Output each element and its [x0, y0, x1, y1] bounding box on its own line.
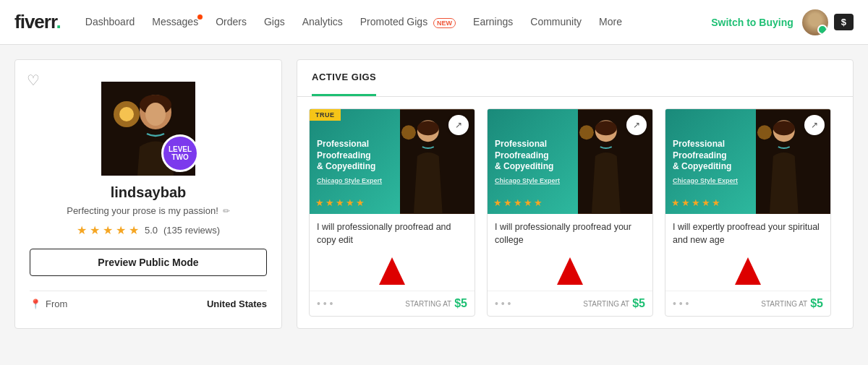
tab-active-gigs[interactable]: ACTIVE GIGS: [312, 60, 376, 96]
gig-description-3: I will expertly proofread your spiritual…: [673, 221, 823, 247]
best-seller-badge: true: [310, 109, 341, 121]
nav-gigs[interactable]: Gigs: [257, 10, 292, 33]
gig-title-2: Professional Proofreading & Copyediting: [495, 139, 571, 173]
profile-panel: ♡: [14, 59, 282, 329]
svg-point-13: [595, 121, 616, 135]
up-arrow-2: [488, 253, 652, 288]
gig-options-2[interactable]: • • •: [495, 298, 511, 309]
navbar: fiverr. Dashboard Messages Orders Gigs A…: [0, 0, 868, 45]
messages-dot: [197, 14, 203, 20]
gig-price-section-2: STARTING AT $5: [583, 297, 645, 310]
share-button-1[interactable]: ↗: [448, 115, 469, 135]
gig-subtitle-2[interactable]: Chicago Style Expert: [495, 177, 571, 184]
gig-card-2: Professional Proofreading & Copyediting …: [487, 108, 653, 317]
edit-icon[interactable]: ✏: [223, 206, 230, 216]
starting-at-3: STARTING AT: [761, 300, 807, 308]
nav-dashboard[interactable]: Dashboard: [78, 10, 142, 33]
gig-card-3: Professional Proofreading & Copyediting …: [665, 108, 831, 317]
gig-stars-2: ★ ★ ★ ★ ★: [493, 197, 542, 208]
rating-score: 5.0: [145, 225, 158, 236]
star-rating: ★ ★ ★ ★ ★ 5.0 (135 reviews): [77, 223, 220, 237]
nav-links: Dashboard Messages Orders Gigs Analytics…: [78, 10, 705, 33]
svg-point-18: [773, 121, 794, 135]
gig-body-1: I will professionally proofread and copy…: [310, 214, 475, 253]
gig-options-1[interactable]: • • •: [317, 298, 333, 309]
location-value: United States: [207, 299, 267, 309]
gig-options-3[interactable]: • • •: [673, 298, 689, 309]
gig-description-2: I will professionally proofread your col…: [495, 221, 645, 247]
heart-icon[interactable]: ♡: [27, 72, 40, 89]
svg-marker-10: [379, 257, 405, 285]
nav-analytics[interactable]: Analytics: [295, 10, 350, 33]
svg-marker-20: [735, 257, 761, 285]
nav-more[interactable]: More: [592, 10, 629, 33]
star-3: ★: [103, 223, 113, 237]
gig-price-section-3: STARTING AT $5: [761, 297, 823, 310]
nav-promoted-gigs[interactable]: Promoted Gigs NEW: [353, 10, 463, 33]
starting-at-2: STARTING AT: [583, 300, 629, 308]
share-button-3[interactable]: ↗: [804, 115, 825, 135]
logo-text: fiverr: [14, 11, 56, 33]
avatar[interactable]: [802, 9, 828, 35]
location-row: 📍 From United States: [30, 291, 267, 309]
reviews-count: (135 reviews): [163, 225, 220, 236]
gig-footer-3: • • • STARTING AT $5: [665, 291, 830, 316]
gig-price-section-1: STARTING AT $5: [405, 297, 467, 310]
svg-point-14: [579, 125, 594, 139]
svg-point-19: [757, 125, 772, 139]
star-2: ★: [90, 223, 100, 237]
star-4: ★: [116, 223, 126, 237]
nav-messages[interactable]: Messages: [145, 10, 205, 33]
gig-subtitle-1[interactable]: Chicago Style Expert: [317, 177, 393, 184]
gig-image-1: true Professional Proofreading & Copyedi…: [310, 109, 475, 214]
preview-public-mode-button[interactable]: Preview Public Mode: [30, 249, 267, 276]
starting-at-1: STARTING AT: [405, 300, 451, 308]
location-left: 📍 From: [30, 299, 67, 309]
gig-subtitle-3[interactable]: Chicago Style Expert: [673, 177, 749, 184]
avatar-image: [802, 9, 828, 35]
up-arrow-1: [310, 253, 475, 288]
star-1: ★: [77, 223, 87, 237]
location-label: From: [46, 299, 67, 309]
fiverr-logo[interactable]: fiverr.: [14, 11, 61, 33]
gig-card-1: true Professional Proofreading & Copyedi…: [309, 108, 475, 317]
share-button-2[interactable]: ↗: [626, 115, 647, 135]
location-icon: 📍: [30, 299, 41, 309]
level-badge: LEVEL TWO: [161, 134, 199, 172]
up-arrow-3: [665, 253, 830, 288]
avatar-container: LEVEL TWO: [101, 82, 195, 176]
gig-description-1: I will professionally proofread and copy…: [317, 221, 467, 247]
gig-title-3: Professional Proofreading & Copyediting: [673, 139, 749, 173]
svg-point-8: [417, 121, 438, 135]
gig-title-1: Professional Proofreading & Copyediting: [317, 139, 393, 173]
svg-point-9: [401, 125, 416, 139]
svg-marker-15: [557, 257, 583, 285]
gig-stars-3: ★ ★ ★ ★ ★: [671, 197, 720, 208]
wallet-button[interactable]: $: [834, 14, 854, 30]
gigs-grid: true Professional Proofreading & Copyedi…: [297, 97, 853, 328]
gig-price-1: $5: [454, 297, 467, 310]
gig-footer-1: • • • STARTING AT $5: [310, 291, 475, 316]
gig-image-2: Professional Proofreading & Copyediting …: [488, 109, 652, 214]
gig-price-2: $5: [632, 297, 645, 310]
up-arrow-svg-3: [735, 256, 761, 285]
tagline: Perfecting your prose is my passion! ✏: [67, 205, 230, 216]
new-badge: NEW: [433, 18, 456, 28]
up-arrow-svg-1: [379, 256, 405, 285]
nav-earnings[interactable]: Earnings: [466, 10, 520, 33]
svg-point-2: [119, 107, 134, 121]
star-5: ★: [129, 223, 139, 237]
gig-body-3: I will expertly proofread your spiritual…: [665, 214, 830, 253]
gig-body-2: I will professionally proofread your col…: [488, 214, 652, 253]
gigs-panel: ACTIVE GIGS true Professional Proofreadi…: [297, 59, 854, 329]
switch-to-buying-button[interactable]: Switch to Buying: [711, 17, 793, 28]
tabs-header: ACTIVE GIGS: [297, 60, 853, 97]
svg-point-5: [145, 103, 166, 126]
gig-price-3: $5: [810, 297, 823, 310]
username: lindsaybab: [111, 184, 186, 201]
nav-orders[interactable]: Orders: [208, 10, 254, 33]
gig-stars-1: ★ ★ ★ ★ ★: [315, 197, 365, 208]
gig-image-3: Professional Proofreading & Copyediting …: [665, 109, 830, 214]
gig-footer-2: • • • STARTING AT $5: [488, 291, 652, 316]
nav-community[interactable]: Community: [523, 10, 589, 33]
